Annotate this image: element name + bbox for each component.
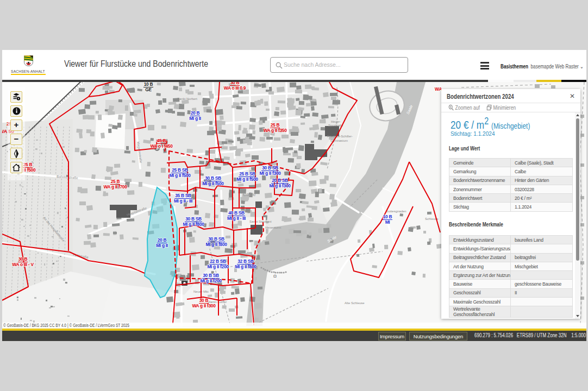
svg-text:MI g II f500: MI g II f500 <box>202 181 224 186</box>
svg-text:30 B: 30 B <box>18 256 28 262</box>
svg-text:MI g II f800: MI g II f800 <box>235 264 257 269</box>
svg-text:MI g II f800: MI g II f800 <box>183 222 204 227</box>
svg-text:MI g II f200: MI g II f200 <box>200 278 222 283</box>
svg-text:MI g II - III: MI g II - III <box>227 216 246 221</box>
svg-text:32 B SB: 32 B SB <box>237 258 254 264</box>
svg-text:WA g II f700: WA g II f700 <box>103 184 127 190</box>
svg-text:10 B: 10 B <box>144 82 153 87</box>
svg-text:MI g II - III: MI g II - III <box>174 198 192 204</box>
svg-text:30 B: 30 B <box>199 298 209 303</box>
svg-text:Ω: Ω <box>273 274 277 279</box>
svg-text:20 B SB: 20 B SB <box>272 178 288 183</box>
svg-text:20 B: 20 B <box>191 110 200 116</box>
svg-text:WA g II f300: WA g II f300 <box>192 303 216 308</box>
svg-text:MI g II: MI g II <box>189 116 201 121</box>
svg-text:25 B SB: 25 B SB <box>239 171 255 176</box>
svg-text:25 B: 25 B <box>271 122 280 128</box>
svg-text:30 B SB: 30 B SB <box>205 175 221 181</box>
svg-text:MI g II f300: MI g II f300 <box>259 171 281 176</box>
svg-text:Heger-: Heger- <box>331 120 341 123</box>
svg-text:25 B: 25 B <box>111 179 120 184</box>
svg-text:Alte Schleuse: Alte Schleuse <box>345 301 365 305</box>
svg-text:Hexenturm: Hexenturm <box>265 226 281 229</box>
svg-text:MI: MI <box>385 219 390 225</box>
svg-text:GE: GE <box>145 87 152 92</box>
svg-text:Friedrich-Schiller-: Friedrich-Schiller- <box>327 135 353 138</box>
svg-text:30 B SB: 30 B SB <box>262 165 278 171</box>
svg-text:WA o I f450: WA o I f450 <box>150 143 173 149</box>
svg-text:35 B SB: 35 B SB <box>175 193 191 198</box>
svg-text:Sankt Norbert: Sankt Norbert <box>177 97 197 100</box>
svg-text:MI g II f800: MI g II f800 <box>205 242 227 247</box>
svg-text:Calbe: Calbe <box>243 192 256 197</box>
svg-text:WA o III 0.9: WA o III 0.9 <box>224 85 246 91</box>
svg-text:MI g II f500: MI g II f500 <box>169 173 191 178</box>
svg-text:Gottesgnaden: Gottesgnaden <box>386 210 406 213</box>
svg-text:25 B SB: 25 B SB <box>172 167 188 173</box>
svg-text:MI g II f300: MI g II f300 <box>269 183 291 188</box>
svg-text:30 B SB: 30 B SB <box>203 273 219 278</box>
svg-text:20 B: 20 B <box>158 237 167 243</box>
svg-text:WA g II f350: WA g II f350 <box>263 128 287 133</box>
svg-text:Sankt Stephani: Sankt Stephani <box>249 220 272 223</box>
svg-text:45 B: 45 B <box>157 138 166 143</box>
svg-text:30 B SB: 30 B SB <box>185 216 202 222</box>
svg-text:WA o III - V: WA o III - V <box>12 262 34 267</box>
svg-text:MI g II f200: MI g II f200 <box>207 264 229 269</box>
svg-text:10 B: 10 B <box>383 214 392 219</box>
svg-text:40 B SB: 40 B SB <box>228 210 245 216</box>
svg-text:22 B SB: 22 B SB <box>210 258 226 264</box>
svg-text:30 B SB: 30 B SB <box>208 236 224 242</box>
svg-text:MI g II: MI g II <box>156 243 168 248</box>
svg-text:MI g II f500: MI g II f500 <box>236 176 258 182</box>
